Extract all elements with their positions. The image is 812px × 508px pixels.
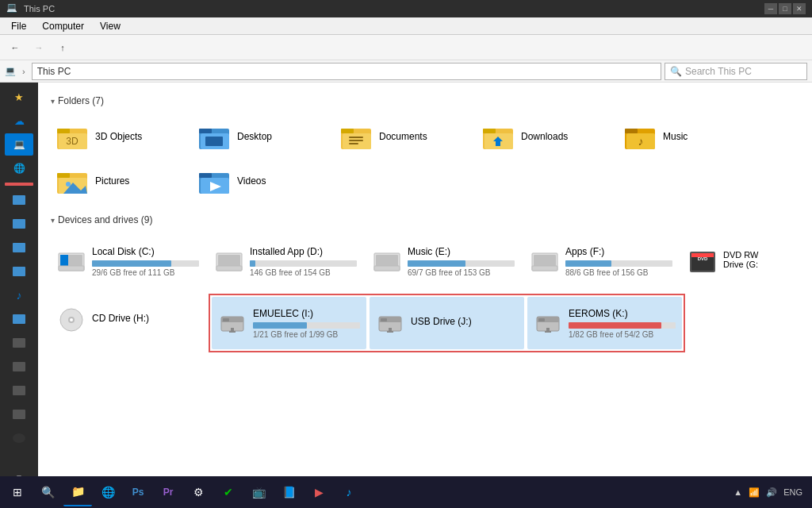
sidebar-item-music[interactable]: ♪ [5, 284, 33, 306]
search-taskbar-icon: 🔍 [40, 484, 56, 500]
sidebar-item-drive-d[interactable] [5, 356, 33, 378]
sidebar-item-drive-c[interactable] [5, 332, 33, 354]
taskbar: ⊞ 🔍 📁 🌐 Ps Pr ⚙ ✔ 📺 📘 ▶ [0, 476, 812, 508]
folder-name-videos: Videos [237, 175, 266, 187]
address-path[interactable]: This PC [32, 63, 661, 80]
app3-button[interactable]: 📺 [244, 478, 273, 506]
ps-icon: Ps [130, 484, 146, 500]
search-box[interactable]: 🔍 Search This PC [665, 63, 807, 80]
menu-file[interactable]: File [3, 19, 34, 33]
app2-button[interactable]: ✔ [214, 478, 243, 506]
sidebar-item-thispc[interactable]: 💻 [5, 133, 33, 156]
star-icon: ★ [13, 90, 25, 103]
selected-drives-group: EMUELEC (I:) 1/21 GB free of 1/99 GB [209, 294, 685, 352]
svg-rect-28 [199, 173, 212, 178]
svg-rect-55 [229, 331, 236, 333]
cloud-icon: ☁ [13, 114, 25, 127]
svg-text:♪: ♪ [638, 135, 644, 148]
app3-icon: 📺 [251, 484, 266, 500]
drive-g-icon: DVD [688, 247, 717, 275]
drive-item-f[interactable]: Apps (F:) 88/6 GB free of 156 GB [524, 235, 679, 287]
folder-item-desktop[interactable]: Desktop [193, 116, 331, 157]
address-bar: 💻 › This PC 🔍 Search This PC [0, 60, 812, 83]
sidebar-item-desktop[interactable] [5, 189, 33, 211]
search-button[interactable]: 🔍 [33, 478, 62, 506]
drives-row-1: Local Disk (C:) 29/6 GB free of 111 GB [51, 235, 799, 287]
drive-item-j[interactable]: USB Drive (J:) [370, 297, 524, 349]
folder-documents-icon [341, 122, 373, 151]
drive-item-e[interactable]: Music (E:) 69/7 GB free of 153 GB [366, 235, 521, 287]
folder-pictures-icon [57, 167, 89, 195]
sidebar-item-drive-f[interactable] [5, 403, 33, 425]
drive-h-icon [57, 306, 86, 334]
drive-i-bar-bg [253, 322, 360, 329]
drive-j-icon [376, 309, 404, 337]
drive-c-name: Local Disk (C:) [92, 246, 199, 257]
drive-j-info: USB Drive (J:) [411, 316, 518, 330]
browser-button[interactable]: 🌐 [94, 478, 122, 506]
folder-name-downloads: Downloads [521, 131, 568, 142]
sidebar-item-drive-e[interactable] [5, 379, 33, 402]
drive-k-bar-bg [569, 322, 676, 329]
lang-label[interactable]: ENG [783, 487, 802, 497]
drives-section-header[interactable]: ▾ Devices and drives (9) [51, 214, 799, 225]
folder-item-downloads[interactable]: Downloads [477, 116, 615, 157]
pr-button[interactable]: Pr [154, 478, 182, 506]
drive-icon [13, 410, 25, 419]
start-button[interactable]: ⊞ [3, 478, 32, 506]
drive-item-d[interactable]: Installed App (D:) 146 GB free of 154 GB [209, 235, 363, 287]
folder-item-pictures[interactable]: Pictures [51, 160, 190, 202]
fileexplorer-button[interactable]: 📁 [63, 478, 92, 506]
path-arrow: › [22, 67, 25, 76]
computer-icon: 💻 [13, 138, 25, 151]
app1-button[interactable]: ⚙ [184, 478, 213, 506]
folder-name-desktop: Desktop [237, 131, 272, 142]
app4-button[interactable]: 📘 [274, 478, 303, 506]
minimize-button[interactable]: ─ [764, 3, 777, 14]
drive-item-c[interactable]: Local Disk (C:) 29/6 GB free of 111 GB [51, 235, 205, 287]
sidebar-color-bar-1 [5, 183, 33, 186]
sidebar-item-downloads[interactable] [5, 213, 33, 235]
music-app-button[interactable]: ♪ [335, 478, 363, 506]
close-button[interactable]: ✕ [793, 3, 806, 14]
svg-text:3D: 3D [66, 136, 79, 147]
drive-i-name: EMUELEC (I:) [253, 308, 360, 319]
folder-item-videos[interactable]: Videos [193, 160, 331, 202]
app5-button[interactable]: ▶ [304, 478, 333, 506]
menu-view[interactable]: View [92, 19, 128, 33]
title-bar-title: This PC [24, 4, 764, 13]
systray-icons[interactable]: ▲ [733, 487, 742, 497]
drive-f-space: 88/6 GB free of 156 GB [565, 268, 672, 277]
dvd-icon [13, 433, 25, 443]
folder-item-3dobjects[interactable]: 3D 3D Objects [51, 116, 190, 157]
folder-name-pictures: Pictures [95, 175, 129, 187]
folder-item-documents[interactable]: Documents [335, 116, 473, 157]
svg-rect-23 [57, 173, 70, 178]
drive-g-info: DVD RW Drive (G: [723, 250, 771, 272]
drive-item-h[interactable]: CD Drive (H:) [51, 294, 205, 346]
content-area: ▾ Folders (7) 3D 3D Objects [38, 83, 812, 489]
sidebar-item-onedrive[interactable]: ☁ [5, 110, 33, 132]
sidebar-item-videos[interactable] [5, 308, 33, 330]
back-button[interactable]: ← [5, 38, 25, 57]
maximize-button[interactable]: □ [779, 3, 791, 14]
forward-button[interactable]: → [29, 38, 49, 57]
folders-section-header[interactable]: ▾ Folders (7) [51, 95, 799, 106]
folder-item-music[interactable]: ♪ Music [619, 116, 757, 157]
app4-icon: 📘 [281, 484, 297, 500]
folders-grid: 3D 3D Objects Desktop [51, 116, 799, 202]
sidebar-item-drive-dvd[interactable] [5, 427, 33, 449]
ps-button[interactable]: Ps [124, 478, 152, 506]
svg-rect-11 [349, 137, 363, 138]
sidebar-item-quickaccess[interactable]: ★ [5, 86, 33, 108]
up-button[interactable]: ↑ [52, 38, 73, 57]
sidebar-item-documents[interactable] [5, 237, 33, 259]
drive-item-k[interactable]: EEROMS (K:) 1/82 GB free of 54/2 GB [527, 297, 682, 349]
svg-rect-37 [216, 266, 242, 271]
folder-icon [13, 195, 25, 205]
sidebar-item-pictures[interactable] [5, 260, 33, 283]
menu-computer[interactable]: Computer [34, 19, 92, 33]
sidebar-item-network[interactable]: 🌐 [5, 157, 33, 179]
drive-item-g[interactable]: DVD DVD RW Drive (G: [682, 235, 777, 287]
drive-item-i[interactable]: EMUELEC (I:) 1/21 GB free of 1/99 GB [212, 297, 366, 349]
